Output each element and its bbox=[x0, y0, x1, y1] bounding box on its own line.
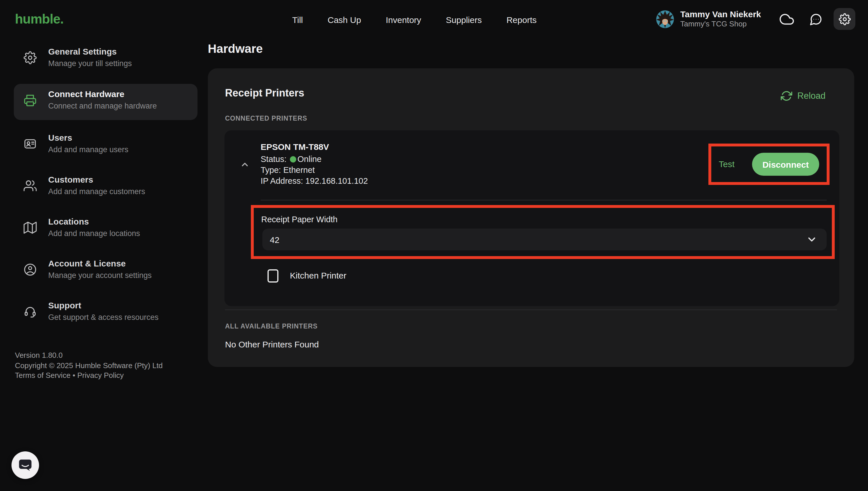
sidebar-item-customers[interactable]: Customers Add and manage customers bbox=[14, 175, 198, 196]
printer-name: EPSON TM-T88V bbox=[261, 142, 329, 152]
top-nav: humble. Till Cash Up Inventory Suppliers… bbox=[0, 0, 868, 39]
intercom-bubble-icon bbox=[18, 458, 33, 473]
map-icon bbox=[23, 221, 37, 234]
status-label: Status: bbox=[261, 154, 287, 164]
printer-icon bbox=[23, 93, 37, 107]
printer-ip-row: IP Address: 192.168.101.102 bbox=[261, 176, 368, 186]
user-block[interactable]: Tammy Van Niekerk Tammy's TCG Shop bbox=[680, 9, 761, 29]
privacy-policy-link[interactable]: Privacy Policy bbox=[77, 371, 124, 380]
humble-logo: humble. bbox=[15, 11, 63, 27]
sidebar-item-title: Users bbox=[48, 133, 128, 143]
paper-width-label: Receipt Paper Width bbox=[261, 215, 337, 224]
sidebar-footer: Version 1.80.0 Copyright © 2025 Humble S… bbox=[15, 350, 163, 380]
sidebar-item-title: General Settings bbox=[48, 47, 132, 57]
chat-launcher-button[interactable] bbox=[11, 451, 39, 479]
page-title: Hardware bbox=[208, 42, 263, 56]
card-title: Receipt Printers bbox=[225, 87, 304, 99]
footer-bullet: • bbox=[72, 371, 75, 380]
no-printers-message: No Other Printers Found bbox=[225, 339, 319, 349]
refresh-icon bbox=[781, 90, 792, 102]
type-label: Type: bbox=[261, 165, 281, 175]
disconnect-button[interactable]: Disconnect bbox=[752, 153, 819, 176]
app-window: humble. Till Cash Up Inventory Suppliers… bbox=[0, 0, 868, 491]
card-divider bbox=[225, 310, 837, 310]
status-value: Online bbox=[297, 154, 322, 164]
main-nav: Till Cash Up Inventory Suppliers Reports bbox=[292, 0, 537, 39]
copyright: Copyright © 2025 Humble Software (Pty) L… bbox=[15, 360, 163, 370]
kitchen-printer-checkbox[interactable] bbox=[268, 269, 278, 283]
test-button[interactable]: Test bbox=[719, 159, 735, 169]
sidebar-item-title: Support bbox=[48, 300, 158, 311]
nav-item-inventory[interactable]: Inventory bbox=[386, 15, 421, 24]
settings-sidebar: General Settings Manage your till settin… bbox=[0, 39, 208, 491]
connected-printers-label: CONNECTED PRINTERS bbox=[225, 115, 307, 122]
headset-icon bbox=[23, 305, 37, 318]
people-icon bbox=[23, 179, 37, 192]
gear-icon bbox=[838, 13, 850, 25]
reload-button[interactable]: Reload bbox=[781, 90, 826, 102]
nav-item-reports[interactable]: Reports bbox=[506, 15, 536, 24]
chevron-down-icon bbox=[806, 234, 817, 245]
sidebar-item-subtitle: Manage your till settings bbox=[48, 59, 132, 68]
sidebar-item-subtitle: Add and manage locations bbox=[48, 229, 140, 238]
nav-item-cash-up[interactable]: Cash Up bbox=[328, 15, 361, 24]
paper-width-select[interactable]: 42 bbox=[262, 229, 827, 250]
nav-item-till[interactable]: Till bbox=[292, 15, 303, 24]
sidebar-item-subtitle: Add and manage users bbox=[48, 145, 128, 154]
sidebar-item-title: Account & License bbox=[48, 258, 152, 269]
printer-divider bbox=[261, 200, 827, 200]
receipt-printers-card: Receipt Printers Reload CONNECTED PRINTE… bbox=[208, 68, 854, 367]
chat-icon[interactable] bbox=[809, 12, 822, 26]
sidebar-item-account-license[interactable]: Account & License Manage your account se… bbox=[14, 258, 198, 280]
app-version: Version 1.80.0 bbox=[15, 350, 163, 360]
cloud-sync-icon[interactable] bbox=[779, 12, 795, 26]
printer-type-row: Type: Ethernet bbox=[261, 165, 315, 175]
sidebar-item-support[interactable]: Support Get support & access resources bbox=[14, 300, 198, 322]
user-name: Tammy Van Niekerk bbox=[680, 9, 761, 20]
ip-label: IP Address: bbox=[261, 176, 303, 186]
sidebar-item-subtitle: Get support & access resources bbox=[48, 312, 158, 322]
printer-entry: EPSON TM-T88V Status: Online Type: Ether… bbox=[225, 131, 839, 306]
kitchen-printer-label: Kitchen Printer bbox=[290, 270, 347, 280]
chevron-up-icon[interactable] bbox=[238, 157, 251, 171]
reload-label: Reload bbox=[798, 91, 826, 101]
user-org: Tammy's TCG Shop bbox=[680, 20, 761, 29]
settings-button[interactable] bbox=[834, 8, 856, 30]
sidebar-item-title: Customers bbox=[48, 175, 145, 185]
id-card-icon bbox=[23, 137, 37, 150]
sidebar-item-subtitle: Connect and manage hardware bbox=[48, 101, 157, 111]
sidebar-item-subtitle: Manage your account settings bbox=[48, 270, 152, 280]
status-online-dot bbox=[290, 156, 296, 162]
sidebar-item-subtitle: Add and manage customers bbox=[48, 186, 145, 196]
sidebar-item-title: Connect Hardware bbox=[48, 89, 157, 99]
sidebar-item-general-settings[interactable]: General Settings Manage your till settin… bbox=[14, 47, 198, 68]
available-printers-label: ALL AVAILABLE PRINTERS bbox=[225, 323, 318, 329]
printer-status-row: Status: Online bbox=[261, 154, 322, 164]
sidebar-item-locations[interactable]: Locations Add and manage locations bbox=[14, 216, 198, 238]
terms-of-service-link[interactable]: Terms of Service bbox=[15, 371, 70, 380]
sidebar-item-users[interactable]: Users Add and manage users bbox=[14, 133, 198, 154]
nav-item-suppliers[interactable]: Suppliers bbox=[446, 15, 482, 24]
sidebar-item-connect-hardware[interactable]: Connect Hardware Connect and manage hard… bbox=[14, 89, 198, 111]
gear-icon bbox=[23, 51, 37, 64]
avatar[interactable] bbox=[656, 10, 674, 28]
sidebar-item-title: Locations bbox=[48, 216, 140, 227]
ip-value: 192.168.101.102 bbox=[305, 176, 368, 186]
paper-width-value: 42 bbox=[262, 235, 279, 244]
person-circle-icon bbox=[23, 262, 37, 276]
type-value: Ethernet bbox=[283, 165, 315, 175]
